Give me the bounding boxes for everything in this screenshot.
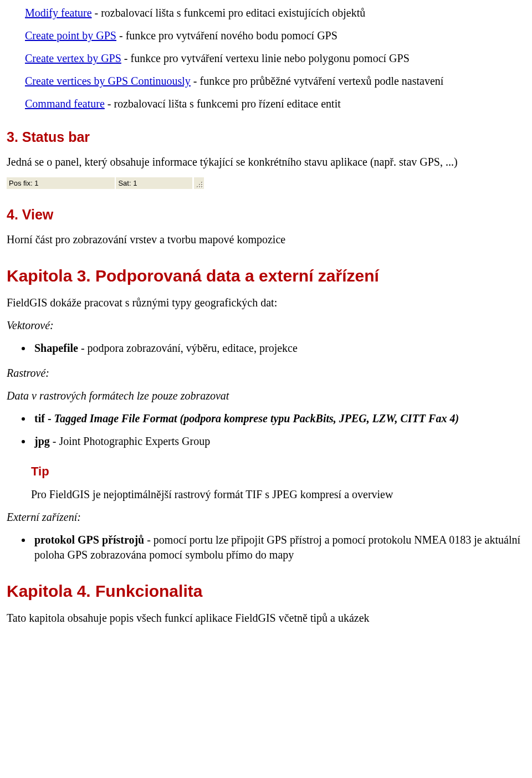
item-term: protokol GPS přístrojů [34,534,144,546]
list-item: Shapefile - podpora zobrazování, výběru,… [32,341,525,356]
list-item: protokol GPS přístrojů - pomocí portu lz… [32,533,525,562]
vector-list: Shapefile - podpora zobrazování, výběru,… [7,341,525,356]
raster-note: Data v rastrových formátech lze pouze zo… [7,388,525,403]
create-vertex-gps-link[interactable]: Create vertex by GPS [25,52,121,64]
item-number: 7. [10,96,22,111]
item-description: - rozbalovací lišta s funkcemi pro edita… [92,7,366,19]
section-status-bar-text: Jedná se o panel, který obsahuje informa… [7,155,525,170]
item-italic: Tagged Image File Format (podpora kompre… [54,412,459,424]
external-devices-list: protokol GPS přístrojů - pomocí portu lz… [7,533,525,562]
create-point-gps-link[interactable]: Create point by GPS [25,29,116,42]
chapter-4-heading: Kapitola 4. Funkcionalita [7,580,525,603]
chapter-3-intro: FieldGIS dokáže pracovat s různými typy … [7,295,525,310]
item-number: 6. [10,74,22,89]
status-posfix-cell: Pos fix: 1 [7,177,116,190]
resize-grip-icon [193,177,204,190]
chapter-3-heading: Kapitola 3. Podporovaná data a externí z… [7,265,525,288]
posfix-label: Pos fix: [9,179,33,187]
item-description: - Joint Photographic Experts Group [50,435,210,447]
list-item: 5. Create vertex by GPS - funkce pro vyt… [7,51,525,66]
item-description: - rozbalovací lišta s funkcemi pro řízen… [105,98,341,110]
item-number: 4. [10,28,22,43]
item-number: 3. [10,6,22,21]
modify-feature-link[interactable]: Modify feature [25,7,92,19]
status-bar-example: Pos fix: 1 Sat: 1 [7,177,204,190]
ordered-feature-list: 3. Modify feature - rozbalovací lišta s … [7,6,525,111]
tip-text: Pro FieldGIS je nejoptimálnější rastrový… [31,487,525,502]
external-devices-label: Externí zařízení: [7,510,525,525]
item-description: - funkce pro vytváření vertexu linie neb… [121,52,410,64]
item-number: 5. [10,51,22,66]
section-view-heading: 4. View [7,206,525,224]
item-term: Shapefile [34,342,78,354]
list-item: 7. Command feature - rozbalovací lišta s… [7,96,525,111]
command-feature-link[interactable]: Command feature [25,98,105,110]
posfix-value: 1 [34,179,38,187]
item-description: - funkce pro průběžné vytváření vertexů … [191,75,443,87]
item-description: - funkce pro vytváření nového bodu pomoc… [116,29,337,42]
list-item: jpg - Joint Photographic Experts Group [32,434,525,449]
status-sat-cell: Sat: 1 [116,177,193,190]
list-item: 3. Modify feature - rozbalovací lišta s … [7,6,525,21]
item-term: jpg [34,435,50,447]
sat-value: 1 [133,179,137,187]
item-term: tif - [34,412,54,424]
raster-list: tif - Tagged Image File Format (podpora … [7,411,525,449]
list-item: 6. Create vertices by GPS Continuously -… [7,74,525,89]
list-item: 4. Create point by GPS - funkce pro vytv… [7,28,525,43]
vector-label: Vektorové: [7,318,525,333]
tip-heading: Tip [31,463,525,480]
create-vertices-continuous-link[interactable]: Create vertices by GPS Continuously [25,75,191,87]
raster-label: Rastrové: [7,366,525,381]
sat-label: Sat: [118,179,131,187]
chapter-4-intro: Tato kapitola obsahuje popis všech funkc… [7,611,525,626]
item-description: - podpora zobrazování, výběru, editace, … [78,342,298,354]
section-view-text: Horní část pro zobrazování vrstev a tvor… [7,232,525,247]
section-status-bar-heading: 3. Status bar [7,128,525,147]
list-item: tif - Tagged Image File Format (podpora … [32,411,525,426]
